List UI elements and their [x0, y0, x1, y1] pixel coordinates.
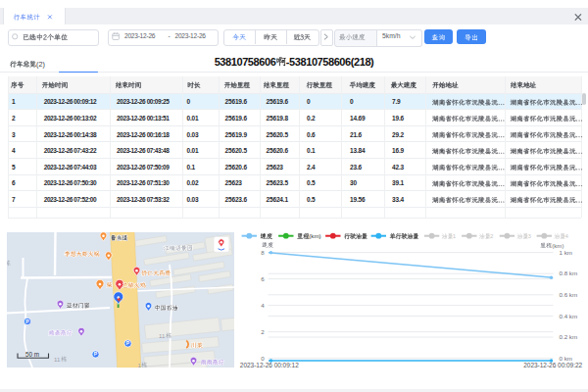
- svg-text:P: P: [126, 340, 130, 346]
- svg-text:1 km: 1 km: [560, 249, 572, 256]
- svg-text:0: 0: [261, 355, 265, 362]
- svg-text:11: 11: [54, 357, 61, 363]
- svg-text:3: 3: [528, 232, 532, 239]
- svg-text:(km): (km): [309, 232, 320, 239]
- svg-text:6: 6: [261, 275, 265, 282]
- svg-text:P: P: [94, 351, 98, 357]
- svg-text:8: 8: [261, 249, 265, 256]
- svg-text:4: 4: [565, 232, 569, 239]
- svg-text:2: 2: [490, 232, 494, 239]
- svg-text:1: 1: [453, 232, 457, 239]
- svg-text:11: 11: [159, 333, 166, 339]
- svg-text:(km): (km): [552, 242, 564, 249]
- svg-text:0.4 km: 0.4 km: [560, 313, 578, 319]
- svg-text:0.6 km: 0.6 km: [560, 291, 578, 298]
- svg-text:4: 4: [261, 302, 265, 309]
- svg-text:0.2 km: 0.2 km: [560, 333, 578, 340]
- svg-text:2: 2: [261, 328, 265, 335]
- svg-text:1: 1: [138, 363, 142, 368]
- svg-text:P: P: [25, 318, 29, 324]
- svg-text:0 km: 0 km: [560, 355, 572, 362]
- svg-text:50 m: 50 m: [25, 351, 39, 358]
- svg-text:0.8 km: 0.8 km: [560, 270, 578, 276]
